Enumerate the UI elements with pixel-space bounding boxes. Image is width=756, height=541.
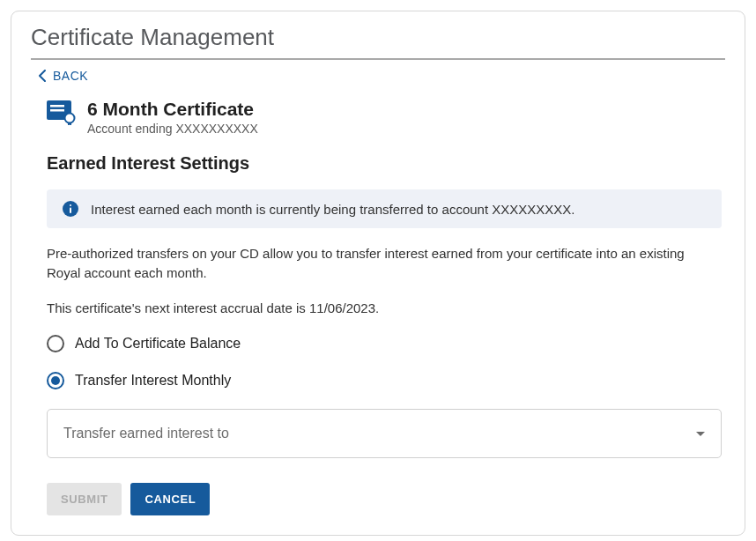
action-buttons: SUBMIT CANCEL	[47, 483, 722, 515]
chevron-left-icon	[38, 70, 46, 82]
select-placeholder: Transfer earned interest to	[63, 426, 229, 441]
back-link[interactable]: BACK	[38, 69, 88, 83]
transfer-account-select[interactable]: Transfer earned interest to	[47, 409, 722, 458]
info-banner: Interest earned each month is currently …	[47, 189, 722, 228]
page-title: Certificate Management	[31, 24, 725, 60]
svg-rect-6	[70, 208, 71, 214]
svg-rect-1	[50, 105, 64, 107]
info-icon	[63, 201, 78, 217]
radio-label: Transfer Interest Monthly	[75, 373, 231, 389]
svg-point-3	[65, 114, 75, 123]
svg-rect-5	[70, 204, 71, 206]
info-banner-text: Interest earned each month is currently …	[91, 202, 574, 217]
description-paragraph-1: Pre-authorized transfers on your CD allo…	[47, 244, 722, 283]
cancel-button[interactable]: CANCEL	[130, 483, 210, 515]
certificate-subtitle: Account ending XXXXXXXXXX	[87, 122, 258, 136]
certificate-icon	[47, 100, 77, 125]
certificate-header: 6 Month Certificate Account ending XXXXX…	[47, 99, 725, 136]
interest-option-radio-group: Add To Certificate Balance Transfer Inte…	[47, 335, 722, 389]
submit-button[interactable]: SUBMIT	[47, 483, 122, 515]
section-title: Earned Interest Settings	[47, 153, 725, 174]
radio-add-to-balance[interactable]: Add To Certificate Balance	[47, 335, 722, 352]
certificate-name: 6 Month Certificate	[87, 99, 258, 120]
back-label: BACK	[53, 69, 88, 83]
svg-rect-2	[50, 109, 64, 112]
chevron-down-icon	[696, 432, 705, 436]
radio-circle-icon	[47, 335, 64, 352]
description-paragraph-2: This certificate's next interest accrual…	[47, 299, 722, 318]
certificate-management-panel: Certificate Management BACK 6 Month Cert…	[11, 11, 745, 536]
radio-label: Add To Certificate Balance	[75, 336, 241, 352]
radio-transfer-monthly[interactable]: Transfer Interest Monthly	[47, 372, 722, 389]
radio-circle-selected-icon	[47, 372, 64, 389]
